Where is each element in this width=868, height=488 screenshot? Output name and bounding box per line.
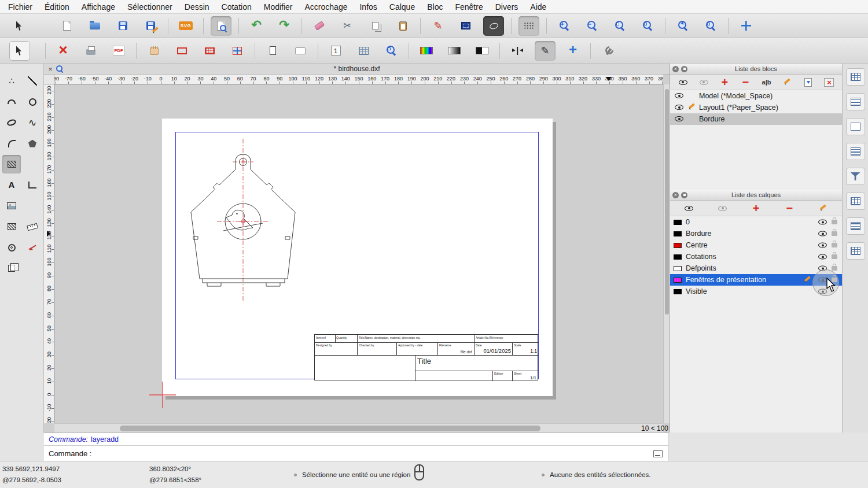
zoom-out-button[interactable] [582, 16, 602, 36]
block-row[interactable]: Model (*Model_Space) [670, 90, 842, 102]
print-preview-button[interactable] [211, 16, 231, 36]
close-drawing-button[interactable] [53, 41, 73, 61]
tool-ellipse-button[interactable] [2, 113, 21, 132]
menu-item-7[interactable]: Accrochage [305, 2, 348, 12]
tool-hatch-button[interactable] [2, 155, 21, 173]
add-entity-button[interactable] [562, 41, 583, 61]
vertical-scrollbar-thumb[interactable] [665, 89, 669, 315]
color-palette-button[interactable] [416, 41, 437, 61]
menu-item-5[interactable]: Cotation [222, 2, 252, 12]
modify-layer-button[interactable] [815, 202, 831, 215]
undock-panel-icon[interactable] [681, 192, 687, 198]
layer-lock-toggle[interactable] [832, 254, 837, 259]
layer-row[interactable]: Cotations [670, 251, 842, 263]
freeze-all-blocks-button[interactable] [696, 76, 712, 89]
pdf-export-button[interactable]: PDF [108, 41, 129, 61]
tool-circle-button[interactable] [23, 93, 42, 111]
grid-settings-button[interactable] [353, 41, 374, 61]
layer-row[interactable]: 0 [670, 216, 842, 228]
block-visibility-toggle[interactable] [675, 103, 687, 112]
print-origin-button[interactable] [227, 41, 248, 61]
menu-item-8[interactable]: Infos [359, 2, 377, 12]
zoom-redraw-button[interactable] [637, 16, 658, 36]
gradient-button[interactable] [444, 41, 465, 61]
layer-row[interactable]: Defpoints [670, 263, 842, 274]
insert-block-button[interactable] [800, 76, 816, 89]
select-tool-button[interactable] [9, 16, 30, 36]
undo-button[interactable] [246, 16, 267, 36]
menu-item-1[interactable]: Édition [45, 2, 69, 12]
save-as-button[interactable] [140, 16, 161, 36]
scale-one-button[interactable]: 1 [325, 41, 346, 61]
menu-item-2[interactable]: Affichage [82, 2, 115, 12]
command-input-row[interactable]: Commande : [44, 445, 668, 461]
layer-visibility-toggle[interactable] [818, 254, 827, 260]
dock-matrix-button[interactable] [846, 193, 865, 210]
tool-circle-concentric-button[interactable] [2, 238, 21, 257]
layer-visibility-toggle[interactable] [818, 220, 827, 225]
cut-button[interactable] [337, 16, 358, 36]
menu-item-3[interactable]: Sélectionner [127, 2, 172, 12]
horizontal-scrollbar[interactable] [54, 423, 663, 432]
defreeze-all-layers-button[interactable] [681, 202, 697, 215]
tool-measure-button[interactable] [23, 217, 42, 236]
tool-fillet-button[interactable] [2, 134, 21, 153]
save-button[interactable] [112, 16, 133, 36]
add-layer-button[interactable] [748, 202, 764, 215]
layer-lock-toggle[interactable] [832, 243, 837, 247]
dock-entity-list-button[interactable] [846, 217, 865, 235]
tool-image-button[interactable] [2, 197, 21, 215]
menu-item-0[interactable]: Fichier [8, 2, 32, 12]
edit-entity-button[interactable] [428, 16, 448, 36]
layer-visibility-toggle[interactable] [818, 243, 827, 248]
paper-border-button[interactable] [171, 41, 192, 61]
tool-polygon-button[interactable] [23, 134, 42, 153]
new-file-button[interactable] [57, 16, 78, 36]
print-button[interactable] [80, 41, 101, 61]
layer-visibility-toggle[interactable] [818, 231, 827, 236]
layer-row[interactable]: Centre [670, 239, 842, 251]
tool-block-3d-button[interactable] [2, 259, 21, 278]
menu-item-10[interactable]: Bloc [427, 2, 443, 12]
remove-layer-button[interactable] [781, 202, 797, 215]
rename-block-button[interactable]: a|b [759, 76, 775, 89]
horizontal-scrollbar-thumb[interactable] [120, 426, 540, 431]
freeze-all-layers-button[interactable] [715, 202, 731, 215]
redo-button[interactable] [274, 16, 295, 36]
tool-line-button[interactable] [23, 72, 42, 90]
zoom-window-button[interactable] [700, 16, 721, 36]
draft-mode-button[interactable] [483, 16, 504, 36]
zoom-page-button[interactable] [381, 41, 402, 61]
menu-item-12[interactable]: Divers [495, 2, 518, 12]
close-panel-icon[interactable] [672, 192, 679, 198]
block-row[interactable]: Layout1 (*Paper_Space) [670, 102, 842, 113]
dock-library-button[interactable] [846, 118, 865, 135]
zoom-previous-button[interactable] [672, 16, 693, 36]
add-block-button[interactable] [716, 76, 733, 89]
hand-tool-button[interactable] [144, 41, 164, 61]
tool-points-button[interactable] [2, 72, 21, 90]
paper-grid-button[interactable] [199, 41, 220, 61]
defreeze-all-blocks-button[interactable] [675, 76, 691, 89]
menu-item-4[interactable]: Dessin [185, 2, 209, 12]
close-panel-icon[interactable] [672, 66, 679, 72]
paste-button[interactable] [392, 16, 413, 36]
select-button[interactable] [9, 41, 30, 61]
dock-block-list-button[interactable] [846, 68, 865, 86]
keyboard-toggle-icon[interactable] [653, 450, 663, 457]
copy-button[interactable] [365, 16, 385, 36]
edit-block-button[interactable] [779, 76, 796, 89]
block-visibility-toggle[interactable] [675, 92, 687, 100]
dock-filter-button[interactable] [846, 168, 865, 185]
dock-grid-button[interactable] [846, 242, 865, 260]
layer-edit-pen-icon[interactable] [803, 276, 812, 284]
drawing-canvas[interactable]: Item ref Quantity Title/Name, destinatio… [54, 84, 663, 423]
tool-text-button[interactable] [2, 176, 21, 194]
menu-item-13[interactable]: Aide [530, 2, 546, 12]
menu-item-6[interactable]: Modifier [264, 2, 293, 12]
delete-button[interactable] [309, 16, 330, 36]
block-row[interactable]: Bordure [670, 113, 842, 125]
dock-layer-list-button[interactable] [846, 93, 865, 110]
options-button[interactable] [598, 41, 619, 61]
layer-row[interactable]: Bordure [670, 228, 842, 239]
